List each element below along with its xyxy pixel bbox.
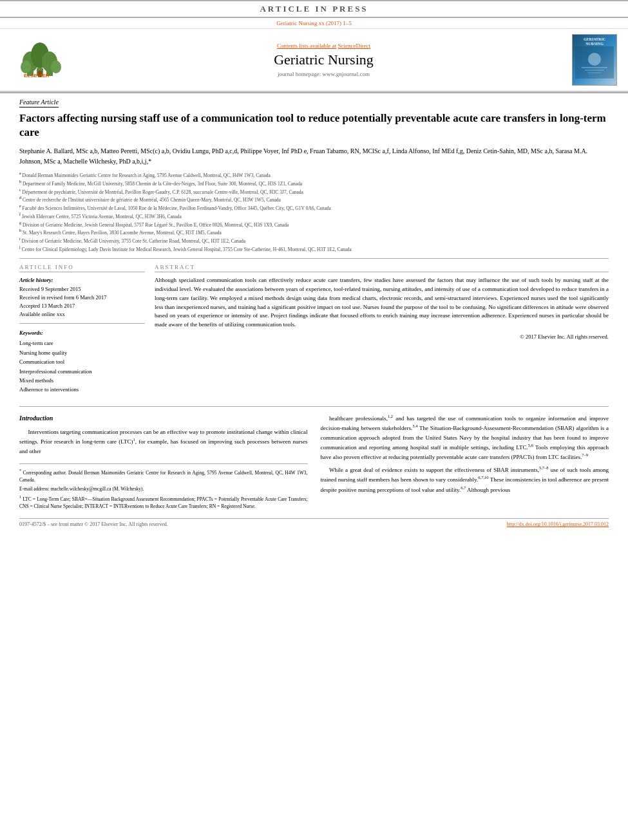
affiliation-item: a Donald Berman Maimonides Geriatric Cen…: [19, 171, 609, 179]
revised-date: Received in revised form 6 March 2017: [19, 294, 107, 301]
keyword-item: Nursing home quality: [19, 348, 145, 357]
available-online: Available online xxx: [19, 311, 65, 317]
affiliation-item: f Jewish Eldercare Centre, 5725 Victoria…: [19, 212, 609, 220]
footnotes: * Corresponding author. Donald Berman Ma…: [19, 463, 308, 510]
gn-cover-image: GERIATRICNURSING: [572, 34, 617, 86]
cover-illustration: [575, 46, 614, 79]
svg-point-11: [588, 53, 601, 66]
article-title: Factors affecting nursing staff use of a…: [19, 111, 609, 140]
elsevier-tree-icon: ELSEVIER: [21, 42, 66, 78]
affiliation-item: e Faculté des Sciences Infirmières, Univ…: [19, 203, 609, 212]
body-col-right: healthcare professionals,1,2 and has tar…: [321, 413, 609, 512]
footnote-item: * Corresponding author. Donald Berman Ma…: [19, 468, 308, 483]
svg-text:ELSEVIER: ELSEVIER: [24, 73, 50, 78]
affiliation-item: b Department of Family Medicine, McGill …: [19, 179, 609, 187]
svg-rect-12: [582, 67, 607, 68]
sciencedirect-label: Contents lists available at ScienceDirec…: [277, 42, 370, 49]
journal-header: ELSEVIER Contents lists available at Sci…: [0, 29, 628, 92]
history-label: Article history:: [19, 276, 145, 285]
authors-text: Stephanie A. Ballard, MSc a,b, Matteo Pe…: [19, 147, 587, 165]
abstract-heading: ABSTRACT: [155, 264, 609, 272]
journal-title: Geriatric Nursing: [274, 51, 374, 68]
footnote-item: E-mail address: machelle.wilchesky@mcgil…: [19, 485, 308, 492]
abstract-text: Although specialized communication tools…: [155, 276, 609, 330]
abstract-column: ABSTRACT Although specialized communicat…: [155, 264, 609, 400]
received-date: Received 9 September 2015: [19, 286, 81, 292]
banner-text: ARTICLE IN PRESS: [260, 4, 368, 14]
bottom-bar: 0197-4572/$ – see front matter © 2017 El…: [19, 518, 609, 527]
affiliation-item: j Centre for Clinical Epidemiology, Lady…: [19, 245, 609, 253]
article-history: Article history: Received 9 September 20…: [19, 276, 145, 319]
citation-text: Geriatric Nursing xx (2017) 1–5: [276, 20, 351, 26]
intro-para-right1: healthcare professionals,1,2 and has tar…: [321, 413, 609, 462]
main-content: Feature Article Factors affecting nursin…: [0, 93, 628, 532]
article-info-column: ARTICLE INFO Article history: Received 9…: [19, 264, 145, 400]
keywords-label: Keywords:: [19, 329, 145, 337]
svg-point-7: [21, 61, 31, 73]
issn-text: 0197-4572/$ – see front matter © 2017 El…: [19, 521, 168, 527]
svg-rect-13: [585, 70, 604, 71]
feature-label: Feature Article: [19, 98, 59, 107]
keywords-list: Long-term careNursing home qualityCommun…: [19, 339, 145, 395]
article-in-press-banner: ARTICLE IN PRESS: [0, 0, 628, 18]
keyword-item: Adherence to interventions: [19, 385, 145, 394]
elsevier-logo-container: ELSEVIER: [8, 34, 79, 86]
affiliations: a Donald Berman Maimonides Geriatric Cen…: [19, 171, 609, 253]
keyword-item: Interprofessional communication: [19, 367, 145, 376]
keywords-block: Keywords: Long-term careNursing home qua…: [19, 329, 145, 394]
intro-para1: Interventions targeting communication pr…: [19, 427, 308, 456]
accepted-date: Accepted 13 March 2017: [19, 303, 75, 309]
journal-cover-right: GERIATRICNURSING: [569, 34, 620, 86]
keyword-item: Mixed methods: [19, 376, 145, 385]
keyword-item: Communication tool: [19, 357, 145, 366]
affiliation-item: g Division of Geriatric Medicine, Jewish…: [19, 220, 609, 229]
citation-line: Geriatric Nursing xx (2017) 1–5: [0, 18, 628, 29]
article-info-heading: ARTICLE INFO: [19, 264, 145, 272]
svg-rect-14: [588, 72, 601, 73]
affiliation-item: i Division of Geriatric Medicine, McGill…: [19, 236, 609, 245]
journal-center: Contents lists available at ScienceDirec…: [85, 34, 562, 86]
footnote-item: 1 LTC = Long-Term Care; SBAR=—Situation …: [19, 494, 308, 510]
authors: Stephanie A. Ballard, MSc a,b, Matteo Pe…: [19, 146, 609, 167]
introduction-heading: Introduction: [19, 413, 308, 424]
doi-link[interactable]: http://dx.doi.org/10.1016/j.gerinurse.20…: [507, 521, 609, 527]
intro-para-right2: While a great deal of evidence exists to…: [321, 465, 609, 494]
svg-point-6: [51, 61, 61, 73]
elsevier-logo: ELSEVIER: [21, 42, 66, 78]
body-content: Introduction Interventions targeting com…: [19, 413, 609, 512]
affiliation-item: c Département de psychiatrie, Université…: [19, 187, 609, 196]
affiliation-item: h St. Mary's Research Centre, Hayes Pavi…: [19, 228, 609, 236]
article-info-abstract: ARTICLE INFO Article history: Received 9…: [19, 264, 609, 400]
affiliation-item: d Centre de recherche de l'Institut univ…: [19, 195, 609, 203]
gn-cover-title: GERIATRICNURSING: [584, 37, 605, 46]
journal-homepage: journal homepage: www.gnjournal.com: [278, 71, 370, 77]
copyright-line: © 2017 Elsevier Inc. All rights reserved…: [155, 333, 609, 340]
body-col-left: Introduction Interventions targeting com…: [19, 413, 308, 512]
keyword-item: Long-term care: [19, 339, 145, 348]
